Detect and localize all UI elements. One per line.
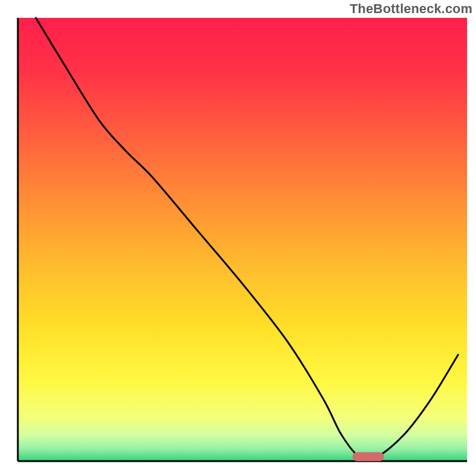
optimum-marker xyxy=(352,452,384,461)
watermark-text: TheBottleneck.com xyxy=(350,1,472,17)
chart-frame: TheBottleneck.com xyxy=(0,0,476,476)
plot-background xyxy=(18,18,467,461)
chart-canvas xyxy=(0,0,476,476)
